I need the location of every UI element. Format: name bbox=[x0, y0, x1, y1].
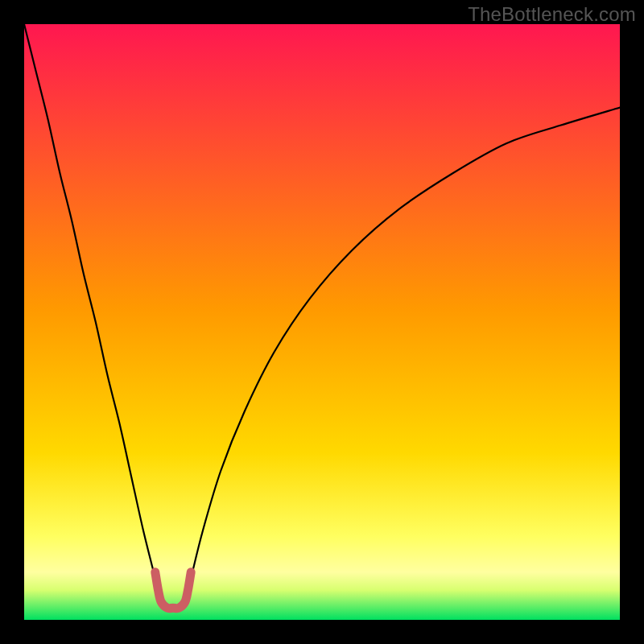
chart-frame bbox=[24, 24, 620, 620]
watermark-text: TheBottleneck.com bbox=[468, 3, 636, 26]
gradient-bg bbox=[24, 24, 620, 620]
chart-svg bbox=[24, 24, 620, 620]
